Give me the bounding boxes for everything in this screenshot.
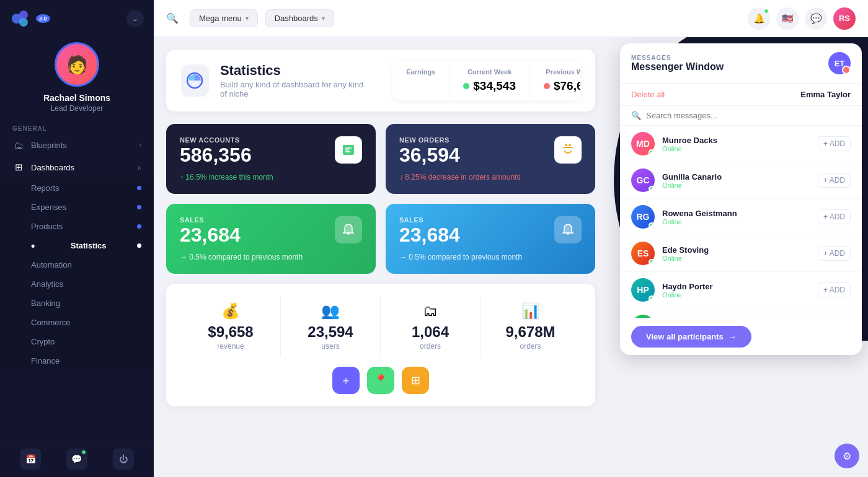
new-orders-value: 36,594 — [399, 144, 460, 167]
current-week-value: $34,543 — [463, 79, 516, 93]
contact-gunilla-avatar: GC — [631, 168, 655, 192]
contact-munroe: MD Munroe Dacks Online + ADD — [620, 126, 862, 162]
statistics-dot — [137, 243, 141, 248]
sidebar-item-automation[interactable]: Automation — [0, 255, 154, 274]
message-search-input[interactable] — [646, 111, 851, 120]
dashboards-submenu: Reports Expenses Products Statistics Aut… — [0, 178, 154, 370]
sales-green-value: 23,684 — [180, 224, 241, 247]
contact-rowena-avatar: RG — [631, 205, 655, 229]
orders-value: 1,064 — [412, 323, 449, 341]
right-panel: MESSAGES Messenger Window ET Delete all … — [608, 37, 868, 477]
online-indicator — [649, 295, 655, 302]
users-stat: 👥 23,594 users — [281, 296, 381, 357]
contact-munroe-avatar: MD — [631, 132, 655, 155]
add-gunilla-button[interactable]: + ADD — [818, 173, 851, 188]
revenue-value: $9,658 — [208, 323, 253, 341]
sidebar-item-commerce[interactable]: Commerce — [0, 313, 154, 332]
automation-label: Automation — [31, 260, 72, 269]
orders-label: orders — [420, 342, 441, 351]
contact-rowena-name: Rowena Geistmann — [662, 209, 810, 218]
user-name: Rachael Simons — [43, 93, 110, 103]
power-button[interactable]: ⏻ — [113, 449, 134, 470]
add-ede-button[interactable]: + ADD — [818, 246, 851, 261]
notification-button[interactable]: 🔔 — [748, 7, 770, 30]
topbar-chat-button[interactable]: 💬 — [805, 7, 827, 30]
topbar-right-actions: 🔔 🇺🇸 💬 RS — [748, 7, 856, 30]
view-all-participants-button[interactable]: View all participants → — [631, 326, 751, 348]
sidebar-item-finance[interactable]: Finance — [0, 351, 154, 370]
contact-gunilla-status: Online — [662, 182, 810, 189]
messenger-avatar: ET — [828, 52, 851, 74]
chat-badge — [81, 450, 86, 455]
contact-ede-status: Online — [662, 255, 810, 262]
delete-all-button[interactable]: Delete all — [631, 90, 665, 99]
search-icon[interactable]: 🔍 — [166, 12, 179, 24]
messenger-title: Messenger Window — [631, 61, 724, 72]
earnings-label-col: Earnings — [392, 61, 450, 100]
reports-dot — [137, 186, 141, 190]
mega-menu-button[interactable]: Mega menu ▾ — [190, 9, 258, 27]
notification-badge — [764, 9, 769, 14]
contact-haydn-status: Online — [662, 291, 810, 299]
add-rowena-button[interactable]: + ADD — [818, 209, 851, 224]
sidebar-item-blueprints[interactable]: 🗂 Blueprints › — [0, 134, 154, 156]
contact-list: MD Munroe Dacks Online + ADD GC — [620, 126, 862, 318]
sidebar-bottom-bar: 📅 💬 ⏻ — [0, 442, 154, 477]
new-accounts-value: 586,356 — [180, 144, 252, 167]
contact-ede-name: Ede Stoving — [662, 245, 810, 255]
topbar-user-avatar[interactable]: RS — [833, 7, 856, 30]
sidebar-item-reports[interactable]: Reports — [0, 178, 154, 198]
sidebar-item-expenses[interactable]: Expenses — [0, 198, 154, 217]
page-header-card: Statistics Build any kind of dashboard f… — [166, 50, 595, 112]
sidebar-item-analytics[interactable]: Analytics — [0, 274, 154, 294]
add-munroe-button[interactable]: + ADD — [818, 136, 851, 151]
new-orders-card: NEW ORDERS 36,594 — [386, 124, 595, 194]
new-accounts-change: ↑ 16.5% increase this month — [180, 173, 362, 182]
orders2-label: orders — [520, 342, 541, 351]
dashboards-button[interactable]: Dashboards ▾ — [265, 9, 334, 27]
sidebar: 3.0 ⌄ 🧑 Rachael Simons Lead Developer GE… — [0, 0, 154, 477]
add-haydn-button[interactable]: + ADD — [818, 282, 851, 297]
mega-menu-label: Mega menu — [199, 14, 242, 23]
current-week-col[interactable]: Current Week $34,543 — [450, 61, 530, 100]
sidebar-collapse-button[interactable]: ⌄ — [126, 10, 144, 27]
sales-green-icon-box — [335, 216, 362, 243]
contact-ede-avatar: ES — [631, 242, 655, 265]
revenue-icon: 💰 — [221, 302, 240, 320]
current-week-dot — [463, 83, 469, 89]
dashboard-main: Statistics Build any kind of dashboard f… — [154, 37, 608, 477]
location-action-button[interactable]: 📍 — [367, 367, 394, 394]
online-indicator — [649, 222, 655, 229]
message-search-icon: 🔍 — [631, 111, 641, 120]
add-action-button[interactable]: ＋ — [332, 367, 360, 394]
svg-point-2 — [19, 18, 28, 27]
previous-week-col[interactable]: Previous Week $76,645 — [530, 61, 580, 100]
analytics-label: Analytics — [31, 279, 63, 289]
new-accounts-card: NEW ACCOUNTS 586,356 — [166, 124, 376, 194]
sidebar-item-banking[interactable]: Banking — [0, 294, 154, 313]
online-indicator — [649, 259, 655, 265]
sidebar-item-products[interactable]: Products — [0, 217, 154, 236]
sidebar-item-dashboards[interactable]: ⊞ Dashboards ∧ — [0, 156, 154, 178]
sales-blue-label: SALES — [399, 216, 460, 224]
contact-haydn-info: Haydn Porter Online — [662, 282, 810, 299]
page-subtitle: Build any kind of dashboard for any kind… — [220, 80, 370, 98]
blueprints-chevron-icon: › — [140, 142, 141, 149]
page-title: Statistics — [220, 63, 370, 79]
revenue-stat: 💰 $9,658 revenue — [181, 296, 281, 357]
grid-action-button[interactable]: ⊞ — [402, 367, 429, 394]
orders2-stat: 📊 9,678M orders — [480, 296, 580, 357]
sidebar-item-statistics[interactable]: Statistics — [0, 236, 154, 255]
bottom-stats-section: 💰 $9,658 revenue 👥 23,594 users 🗂 1,064 … — [166, 284, 595, 406]
user-role: Lead Developer — [51, 104, 104, 113]
logo: 3.0 — [10, 7, 50, 30]
svg-point-9 — [569, 144, 571, 146]
sidebar-item-crypto[interactable]: Crypto — [0, 332, 154, 351]
expenses-dot — [137, 205, 141, 209]
settings-fab-button[interactable]: ⚙ — [835, 444, 859, 468]
expenses-label: Expenses — [31, 203, 66, 212]
online-indicator — [649, 149, 655, 155]
flag-button[interactable]: 🇺🇸 — [776, 7, 799, 30]
chat-button[interactable]: 💬 — [66, 449, 87, 470]
calendar-button[interactable]: 📅 — [20, 449, 41, 470]
